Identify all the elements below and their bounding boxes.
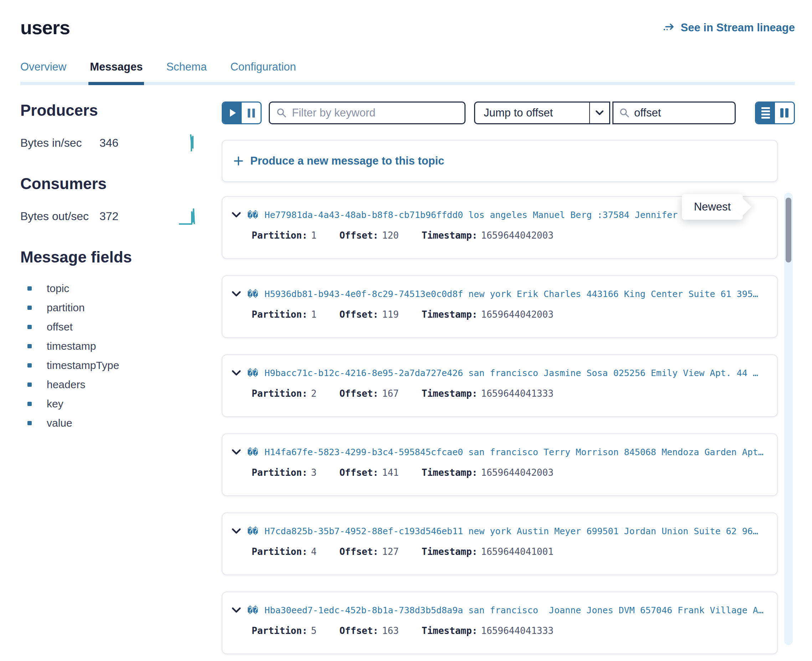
offset-meta: Offset: 119 xyxy=(340,309,399,320)
bytes-in-metric: Bytes in/sec 346 xyxy=(20,134,200,152)
search-icon xyxy=(619,107,630,118)
bytes-out-sparkline xyxy=(178,207,200,225)
jump-to-offset-select[interactable]: Jump to offset xyxy=(474,102,610,124)
expand-chevron-icon[interactable] xyxy=(232,449,241,455)
field-label: timestampType xyxy=(47,359,119,372)
timestamp-meta: Timestamp: 1659644041333 xyxy=(422,625,554,636)
field-label: timestamp xyxy=(47,340,96,352)
message-fields-section: Message fields topic partition xyxy=(20,248,200,433)
search-icon xyxy=(276,107,287,118)
bytes-out-value: 372 xyxy=(99,210,142,223)
pause-icon xyxy=(248,109,255,118)
offset-meta: Offset: 127 xyxy=(340,546,399,557)
message-field-item[interactable]: topic xyxy=(27,279,200,298)
consumers-heading: Consumers xyxy=(20,175,200,193)
bytes-in-sparkline xyxy=(184,134,200,152)
column-view-icon xyxy=(780,108,788,118)
bytes-in-label: Bytes in/sec xyxy=(20,136,99,150)
vertical-scrollbar[interactable] xyxy=(784,193,793,645)
field-label: value xyxy=(47,417,72,429)
producers-section: Producers Bytes in/sec 346 xyxy=(20,102,200,152)
partition-meta: Partition: 1 xyxy=(251,230,317,241)
message-field-item[interactable]: timestamp xyxy=(27,337,200,356)
message-preview-text: H9bacc71c-b12c-4216-8e95-2a7da727e426 sa… xyxy=(264,368,767,378)
field-bullet-icon xyxy=(27,306,32,310)
list-view-button[interactable] xyxy=(756,102,775,123)
filter-input[interactable] xyxy=(292,107,458,119)
jump-select-value: Jump to offset xyxy=(475,102,589,123)
offset-search xyxy=(612,102,736,124)
tab-configuration[interactable]: Configuration xyxy=(230,61,296,82)
expand-chevron-icon[interactable] xyxy=(232,528,241,534)
message-key-glyphs: �� xyxy=(247,289,258,299)
field-label: topic xyxy=(47,283,69,295)
message-field-item[interactable]: key xyxy=(27,394,200,414)
messages-toolbar: Jump to offset xyxy=(222,102,795,124)
keyword-filter xyxy=(269,102,466,124)
message-field-item[interactable]: timestampType xyxy=(27,356,200,375)
partition-meta: Partition: 4 xyxy=(251,546,317,557)
partition-meta: Partition: 1 xyxy=(251,309,317,320)
produce-message-button[interactable]: Produce a new message to this topic xyxy=(222,140,778,182)
message-preview-text: H14fa67fe-5823-4299-b3c4-595845cfcae0 sa… xyxy=(264,447,767,457)
topic-stats-sidebar: Producers Bytes in/sec 346 Consumers Byt… xyxy=(20,102,200,654)
lineage-link-label: See in Stream lineage xyxy=(681,21,795,34)
message-fields-list: topic partition offset xyxy=(20,279,200,433)
field-bullet-icon xyxy=(27,325,32,329)
message-fields-heading: Message fields xyxy=(20,248,200,266)
scrollbar-thumb[interactable] xyxy=(786,198,791,262)
lineage-arrow-icon xyxy=(663,23,676,32)
plus-icon xyxy=(234,156,243,166)
message-row[interactable]: �� H7cda825b-35b7-4952-88ef-c193d546eb11… xyxy=(222,513,778,575)
partition-meta: Partition: 2 xyxy=(251,388,317,399)
timestamp-meta: Timestamp: 1659644042003 xyxy=(422,467,554,478)
timestamp-meta: Timestamp: 1659644042003 xyxy=(422,309,554,320)
tab-schema[interactable]: Schema xyxy=(166,61,207,82)
page-header: users See in Stream lineage xyxy=(20,16,795,38)
messages-panel: Jump to offset xyxy=(222,102,795,654)
offset-meta: Offset: 163 xyxy=(340,625,399,636)
topic-messages-page: users See in Stream lineage Overview Mes… xyxy=(0,0,812,661)
field-bullet-icon xyxy=(27,363,32,367)
expand-chevron-icon[interactable] xyxy=(232,370,241,376)
expand-chevron-icon[interactable] xyxy=(232,212,241,218)
message-row[interactable]: �� H9bacc71c-b12c-4216-8e95-2a7da727e426… xyxy=(222,354,778,417)
view-mode-toggle xyxy=(755,102,795,124)
field-bullet-icon xyxy=(27,286,32,291)
message-key-glyphs: �� xyxy=(247,447,258,457)
field-label: key xyxy=(47,398,64,410)
tab-messages[interactable]: Messages xyxy=(90,61,143,82)
message-key-glyphs: �� xyxy=(247,368,258,378)
message-key-glyphs: �� xyxy=(247,605,258,615)
expand-chevron-icon[interactable] xyxy=(232,291,241,297)
play-icon xyxy=(230,109,236,117)
message-preview-text: H5936db81-b943-4e0f-8c29-74513e0c0d8f ne… xyxy=(264,289,767,299)
partition-meta: Partition: 3 xyxy=(251,467,317,478)
produce-button-label: Produce a new message to this topic xyxy=(250,155,444,168)
message-field-item[interactable]: value xyxy=(27,414,200,433)
tab-overview[interactable]: Overview xyxy=(20,61,66,82)
message-row[interactable]: �� Hba30eed7-1edc-452b-8b1a-738d3b5d8a9a… xyxy=(222,592,778,654)
expand-chevron-icon[interactable] xyxy=(232,607,241,613)
field-bullet-icon xyxy=(27,421,32,425)
message-row[interactable]: �� H14fa67fe-5823-4299-b3c4-595845cfcae0… xyxy=(222,433,778,496)
offset-meta: Offset: 120 xyxy=(340,230,399,241)
stream-lineage-link[interactable]: See in Stream lineage xyxy=(663,21,795,34)
message-field-item[interactable]: partition xyxy=(27,298,200,317)
field-label: headers xyxy=(47,378,85,391)
page-title: users xyxy=(20,16,70,38)
column-view-button[interactable] xyxy=(775,102,794,123)
field-label: offset xyxy=(47,321,73,333)
chevron-down-icon xyxy=(589,102,609,123)
field-label: partition xyxy=(47,302,85,314)
message-row[interactable]: �� H5936db81-b943-4e0f-8c29-74513e0c0d8f… xyxy=(222,275,778,338)
play-button[interactable] xyxy=(223,102,242,123)
offset-meta: Offset: 167 xyxy=(340,388,399,399)
partition-meta: Partition: 5 xyxy=(251,625,317,636)
message-key-glyphs: �� xyxy=(247,210,258,220)
message-field-item[interactable]: headers xyxy=(27,375,200,394)
field-bullet-icon xyxy=(27,402,32,406)
message-field-item[interactable]: offset xyxy=(27,317,200,337)
pause-button[interactable] xyxy=(242,102,261,123)
newest-tooltip-label: Newest xyxy=(694,201,731,213)
